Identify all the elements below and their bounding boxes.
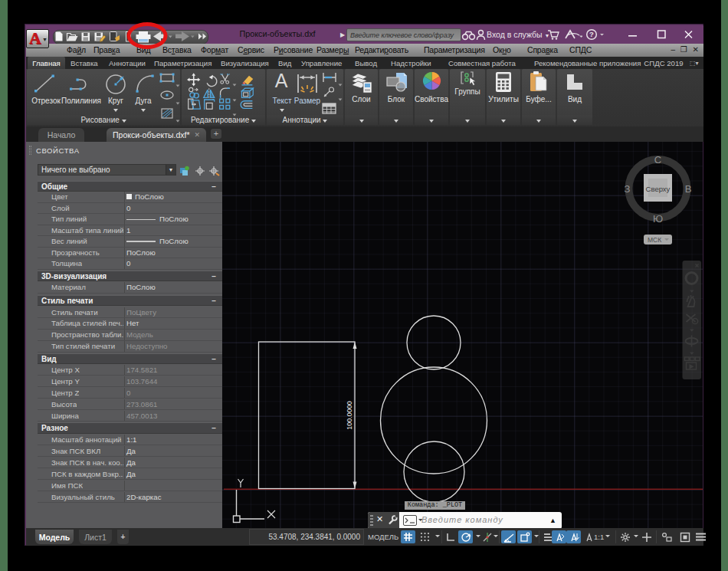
svg-text:В: В xyxy=(685,183,692,195)
svg-text:З: З xyxy=(625,183,631,195)
svg-text:Сверху: Сверху xyxy=(646,185,671,193)
svg-text:?: ? xyxy=(589,30,594,38)
svg-text:Ю: Ю xyxy=(653,213,663,225)
svg-text:100.0000: 100.0000 xyxy=(346,401,353,430)
svg-text:МСК: МСК xyxy=(648,236,661,244)
svg-text:С: С xyxy=(654,154,661,166)
